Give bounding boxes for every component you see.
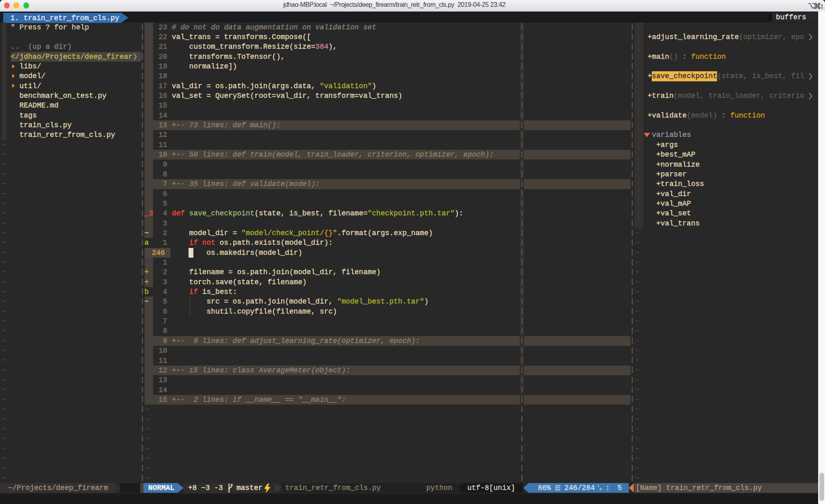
svg-text:1: 1 [821, 3, 823, 10]
